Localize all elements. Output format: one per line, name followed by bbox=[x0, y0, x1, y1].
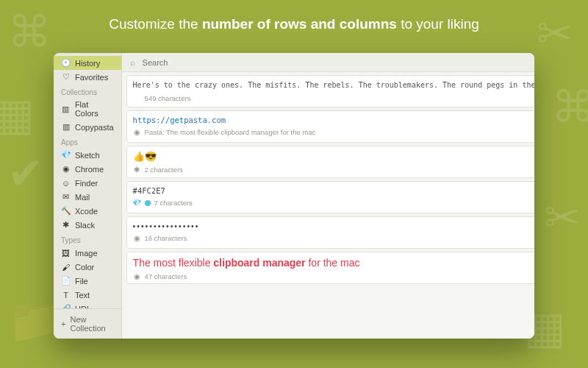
safari-icon: ◉ bbox=[133, 234, 141, 242]
sidebar-item-label: History bbox=[75, 59, 100, 68]
clip-body: 👍😎 bbox=[133, 151, 534, 162]
chrome-icon: ◉ bbox=[61, 164, 71, 174]
clip-card[interactable]: 👍😎 ✱ 2 characters 21m bbox=[126, 146, 534, 178]
sidebar-item-flat-colors[interactable]: ▥ Flat Colors bbox=[54, 98, 121, 120]
clipboard-list: Here's to the crazy ones. The misfits. T… bbox=[122, 72, 534, 339]
sidebar-item-label: Xcode bbox=[75, 207, 98, 216]
sidebar-item-xcode[interactable]: 🔨 Xcode bbox=[54, 204, 121, 218]
clip-meta: ◉ 47 characters 2h bbox=[133, 272, 534, 280]
sidebar-section-collections: Collections bbox=[54, 84, 121, 98]
sidebar-item-copypasta[interactable]: ▥ Copypasta bbox=[54, 120, 121, 134]
marketing-headline: Customize the number of rows and columns… bbox=[0, 16, 588, 32]
slack-icon: ✱ bbox=[133, 166, 141, 174]
clip-body: •••••••••••••••• bbox=[133, 222, 534, 230]
new-collection-button[interactable]: + New Collection bbox=[54, 308, 121, 339]
sidebar-item-label: Image bbox=[75, 249, 98, 258]
chrome-icon: ◉ bbox=[133, 272, 141, 280]
clip-meta: ◉ Pasta: The most flexible clipboard man… bbox=[133, 128, 534, 136]
clip-meta-text: 2 characters bbox=[145, 166, 183, 174]
folder-icon: ▥ bbox=[61, 105, 71, 114]
app-window: 🕘 History ♡ Favorites Collections ▥ Flat… bbox=[54, 53, 534, 339]
clip-card[interactable]: •••••••••••••••• ◉ 16 characters 1h bbox=[126, 216, 534, 249]
image-icon: 🖼 bbox=[61, 248, 71, 258]
color-swatch bbox=[145, 200, 151, 206]
sidebar-item-label: Copypasta bbox=[75, 123, 114, 132]
clip-subtitle: Pasta: The most flexible clipboard manag… bbox=[145, 128, 316, 136]
sidebar-item-label: File bbox=[75, 277, 88, 286]
sketch-icon: 💎 bbox=[61, 150, 71, 160]
sidebar-item-image[interactable]: 🖼 Image bbox=[54, 246, 121, 260]
sidebar-item-text[interactable]: T Text bbox=[54, 288, 121, 302]
sidebar-item-mail[interactable]: ✉ Mail bbox=[54, 190, 121, 204]
clip-meta-text: 7 characters bbox=[154, 199, 193, 207]
text-icon: T bbox=[61, 290, 71, 300]
search-icon: ⌕ bbox=[128, 57, 138, 68]
sidebar-item-history[interactable]: 🕘 History bbox=[54, 56, 121, 70]
sidebar-item-label: Text bbox=[75, 291, 90, 300]
sidebar-item-url[interactable]: 🔗 URL bbox=[54, 302, 121, 308]
finder-icon: ☺ bbox=[61, 178, 71, 188]
sidebar-item-label: Sketch bbox=[75, 151, 100, 160]
clip-meta: ✱ 2 characters 21m bbox=[133, 166, 534, 174]
heart-icon: ♡ bbox=[61, 72, 71, 82]
sidebar-item-label: Mail bbox=[75, 193, 90, 202]
folder-icon: ▥ bbox=[61, 122, 71, 132]
clip-body: #4FC2E7 bbox=[133, 186, 534, 195]
sidebar-item-label: Slack bbox=[75, 221, 95, 230]
clip-card[interactable]: #4FC2E7 💎 7 characters 1h bbox=[126, 181, 534, 213]
clip-meta: 549 characters 5s bbox=[133, 94, 534, 102]
history-icon: 🕘 bbox=[61, 58, 71, 68]
clip-card[interactable]: Here's to the crazy ones. The misfits. T… bbox=[126, 75, 534, 107]
sidebar-item-file[interactable]: 📄 File bbox=[54, 274, 121, 288]
sidebar-item-label: Chrome bbox=[75, 165, 104, 174]
sidebar-section-types: Types bbox=[54, 232, 121, 246]
sidebar-item-favorites[interactable]: ♡ Favorites bbox=[54, 70, 121, 84]
sidebar-item-label: Color bbox=[75, 263, 94, 272]
sidebar-list: 🕘 History ♡ Favorites Collections ▥ Flat… bbox=[54, 53, 121, 308]
clip-card[interactable]: The most flexible clipboard manager for … bbox=[126, 252, 534, 284]
slack-icon: ✱ bbox=[61, 220, 71, 230]
color-icon: 🖌 bbox=[61, 262, 71, 272]
xcode-icon: 🔨 bbox=[61, 206, 71, 216]
sidebar-item-label: Finder bbox=[75, 179, 98, 188]
file-icon: 📄 bbox=[61, 276, 71, 286]
clip-meta: 💎 7 characters 1h bbox=[133, 199, 534, 207]
sidebar-item-sketch[interactable]: 💎 Sketch bbox=[54, 148, 121, 162]
search-input[interactable] bbox=[143, 58, 534, 67]
sidebar-item-label: Flat Colors bbox=[75, 100, 114, 118]
main-panel: ⌕ ▤ ⇩ ⚙ Here's to the crazy ones. The mi… bbox=[122, 53, 534, 339]
sidebar: 🕘 History ♡ Favorites Collections ▥ Flat… bbox=[54, 53, 122, 339]
toolbar: ⌕ ▤ ⇩ ⚙ bbox=[122, 53, 534, 72]
apple-icon bbox=[133, 94, 141, 102]
sidebar-item-chrome[interactable]: ◉ Chrome bbox=[54, 162, 121, 176]
clip-body: The most flexible clipboard manager for … bbox=[133, 257, 534, 269]
sidebar-item-finder[interactable]: ☺ Finder bbox=[54, 176, 121, 190]
clip-card[interactable]: https://getpasta.com ◉ Pasta: The most f… bbox=[126, 110, 534, 143]
sidebar-section-apps: Apps bbox=[54, 134, 121, 148]
clip-meta-text: 16 characters bbox=[145, 234, 187, 242]
new-collection-label: New Collection bbox=[70, 315, 113, 333]
clip-meta-text: 47 characters bbox=[145, 272, 187, 280]
clip-meta-text: 549 characters bbox=[145, 94, 191, 102]
sidebar-item-label: Favorites bbox=[75, 73, 108, 82]
sidebar-item-slack[interactable]: ✱ Slack bbox=[54, 218, 121, 232]
clip-body: Here's to the crazy ones. The misfits. T… bbox=[133, 80, 534, 91]
sidebar-item-color[interactable]: 🖌 Color bbox=[54, 260, 121, 274]
clip-meta: ◉ 16 characters 1h bbox=[133, 234, 534, 242]
clip-body: https://getpasta.com bbox=[133, 116, 534, 124]
sketch-icon: 💎 bbox=[133, 199, 141, 207]
chrome-icon: ◉ bbox=[133, 128, 141, 136]
mail-icon: ✉ bbox=[61, 192, 71, 202]
plus-icon: + bbox=[61, 319, 65, 328]
